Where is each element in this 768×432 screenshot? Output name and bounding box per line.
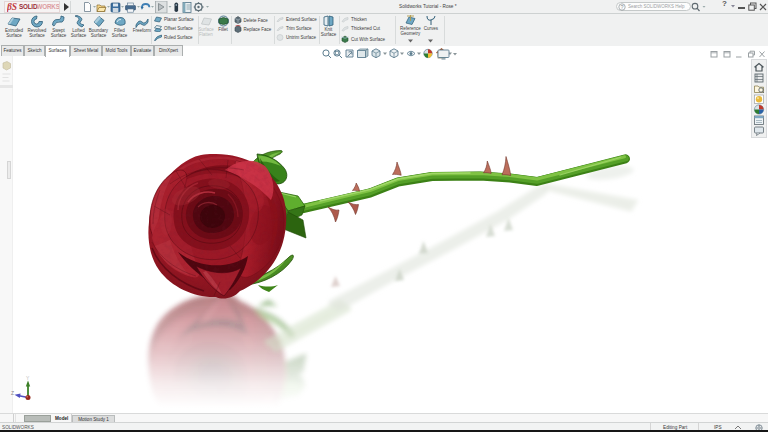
svg-text:?: ?: [620, 4, 623, 10]
svg-text:βS: βS: [7, 2, 17, 12]
svg-text:Z: Z: [11, 390, 14, 396]
svg-text:Y: Y: [26, 376, 30, 381]
svg-text:SOLID: SOLID: [19, 3, 38, 10]
svg-text:WORKS: WORKS: [37, 3, 60, 10]
